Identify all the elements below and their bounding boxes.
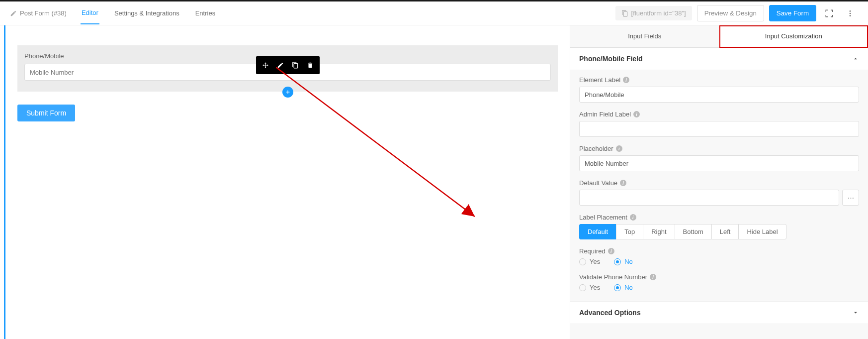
tab-input-fields[interactable]: Input Fields: [570, 25, 719, 48]
opt-top[interactable]: Top: [616, 224, 643, 239]
help-icon[interactable]: i: [630, 214, 636, 221]
shortcode-display[interactable]: [fluentform id="38"]: [615, 6, 692, 20]
smartcode-button[interactable]: ⋯: [842, 190, 859, 206]
help-icon[interactable]: i: [616, 145, 622, 152]
help-icon[interactable]: i: [608, 248, 614, 254]
input-element-label[interactable]: [579, 87, 859, 103]
input-default-value[interactable]: [579, 190, 839, 206]
chevron-up-icon: [852, 55, 859, 62]
svg-point-1: [850, 12, 851, 14]
help-icon[interactable]: i: [650, 274, 656, 280]
chevron-down-icon: [852, 309, 859, 316]
section-phone-field[interactable]: Phone/Mobile Field: [570, 48, 868, 70]
help-icon[interactable]: i: [633, 111, 640, 117]
edit-icon[interactable]: [273, 58, 288, 72]
required-yes[interactable]: Yes: [579, 258, 600, 265]
tab-settings[interactable]: Settings & Integrations: [113, 2, 180, 24]
tab-input-customization[interactable]: Input Customization: [719, 25, 868, 48]
preview-button[interactable]: Preview & Design: [697, 5, 764, 21]
section-advanced[interactable]: Advanced Options: [570, 301, 868, 324]
label-admin-label: Admin Field Labeli: [579, 111, 859, 118]
help-icon[interactable]: i: [623, 77, 629, 83]
form-canvas: Phone/Mobile Submit Form: [4, 25, 570, 339]
label-placeholder: Placeholderi: [579, 145, 859, 152]
validate-yes[interactable]: Yes: [579, 284, 600, 291]
opt-bottom[interactable]: Bottom: [675, 224, 712, 239]
label-element-label: Element Labeli: [579, 76, 859, 84]
delete-icon[interactable]: [303, 58, 318, 72]
more-icon[interactable]: [842, 5, 858, 21]
field-toolbar: [256, 56, 320, 74]
field-phone[interactable]: Phone/Mobile: [17, 45, 558, 92]
tab-entries[interactable]: Entries: [194, 2, 216, 24]
required-no[interactable]: No: [614, 258, 633, 265]
input-placeholder[interactable]: [579, 155, 859, 171]
label-required: Requiredi: [579, 247, 859, 255]
opt-left[interactable]: Left: [711, 224, 739, 239]
svg-point-2: [850, 15, 851, 16]
add-field-button[interactable]: [282, 87, 293, 98]
opt-right[interactable]: Right: [643, 224, 675, 239]
opt-hide[interactable]: Hide Label: [738, 224, 786, 239]
fullscreen-icon[interactable]: [821, 5, 837, 21]
tab-editor[interactable]: Editor: [81, 2, 99, 24]
pencil-icon: [10, 10, 17, 17]
move-icon[interactable]: [258, 58, 273, 72]
form-title: Post Form (#38): [10, 9, 67, 17]
label-default-value: Default Valuei: [579, 179, 859, 187]
save-button[interactable]: Save Form: [769, 5, 816, 21]
input-admin-label[interactable]: [579, 121, 859, 137]
svg-point-0: [850, 10, 851, 12]
right-sidebar: Input Fields Input Customization Phone/M…: [570, 25, 868, 339]
copy-icon: [621, 10, 628, 17]
help-icon[interactable]: i: [620, 180, 626, 186]
duplicate-icon[interactable]: [288, 58, 303, 72]
validate-no[interactable]: No: [614, 284, 633, 291]
label-label-placement: Label Placementi: [579, 214, 859, 221]
submit-button[interactable]: Submit Form: [17, 105, 75, 121]
label-validate: Validate Phone Numberi: [579, 273, 859, 281]
opt-default[interactable]: Default: [579, 224, 616, 239]
label-placement-group: Default Top Right Bottom Left Hide Label: [579, 224, 859, 239]
top-nav: Post Form (#38) Editor Settings & Integr…: [0, 1, 868, 25]
